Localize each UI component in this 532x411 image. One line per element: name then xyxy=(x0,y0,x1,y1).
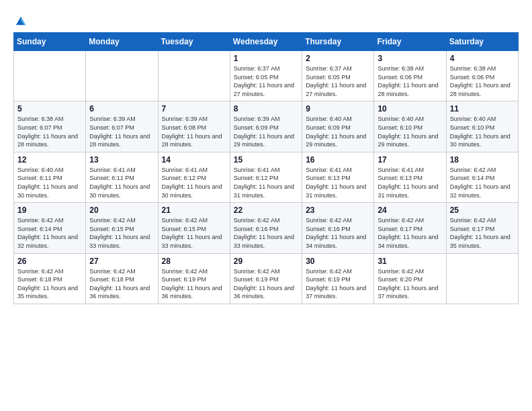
day-number: 19 xyxy=(17,205,82,215)
calendar-cell: 21Sunrise: 6:42 AMSunset: 6:15 PMDayligh… xyxy=(158,203,230,253)
calendar-cell: 19Sunrise: 6:42 AMSunset: 6:14 PMDayligh… xyxy=(14,203,86,253)
calendar-cell: 5Sunrise: 6:38 AMSunset: 6:07 PMDaylight… xyxy=(14,101,86,152)
weekday-header-wednesday: Wednesday xyxy=(230,33,302,51)
cell-content: Sunrise: 6:41 AMSunset: 6:13 PMDaylight:… xyxy=(378,166,442,199)
calendar-week-3: 12Sunrise: 6:40 AMSunset: 6:11 PMDayligh… xyxy=(14,152,519,202)
day-number: 20 xyxy=(89,205,154,215)
calendar-table: SundayMondayTuesdayWednesdayThursdayFrid… xyxy=(13,32,519,304)
calendar-cell: 11Sunrise: 6:40 AMSunset: 6:10 PMDayligh… xyxy=(446,101,518,152)
calendar-cell: 13Sunrise: 6:41 AMSunset: 6:11 PMDayligh… xyxy=(86,152,158,202)
day-number: 25 xyxy=(450,205,515,215)
calendar-cell: 7Sunrise: 6:39 AMSunset: 6:08 PMDaylight… xyxy=(158,101,230,152)
cell-content: Sunrise: 6:40 AMSunset: 6:09 PMDaylight:… xyxy=(306,115,370,148)
calendar-cell: 27Sunrise: 6:42 AMSunset: 6:18 PMDayligh… xyxy=(86,253,158,304)
day-number: 1 xyxy=(234,54,298,63)
cell-content: Sunrise: 6:42 AMSunset: 6:14 PMDaylight:… xyxy=(17,216,82,250)
cell-content: Sunrise: 6:38 AMSunset: 6:06 PMDaylight:… xyxy=(450,64,515,98)
calendar-cell: 8Sunrise: 6:39 AMSunset: 6:09 PMDaylight… xyxy=(230,101,302,152)
calendar-cell xyxy=(158,51,230,101)
calendar-cell: 17Sunrise: 6:41 AMSunset: 6:13 PMDayligh… xyxy=(374,152,446,202)
calendar-cell: 23Sunrise: 6:42 AMSunset: 6:16 PMDayligh… xyxy=(302,203,374,253)
calendar-cell: 28Sunrise: 6:42 AMSunset: 6:19 PMDayligh… xyxy=(158,253,230,304)
cell-content: Sunrise: 6:41 AMSunset: 6:13 PMDaylight:… xyxy=(306,166,370,199)
calendar-cell: 9Sunrise: 6:40 AMSunset: 6:09 PMDaylight… xyxy=(302,101,374,152)
day-number: 17 xyxy=(378,155,442,165)
weekday-header-friday: Friday xyxy=(374,33,446,51)
cell-content: Sunrise: 6:37 AMSunset: 6:05 PMDaylight:… xyxy=(306,64,370,98)
calendar-cell: 16Sunrise: 6:41 AMSunset: 6:13 PMDayligh… xyxy=(302,152,374,202)
weekday-header-monday: Monday xyxy=(86,33,158,51)
calendar-week-1: 1Sunrise: 6:37 AMSunset: 6:05 PMDaylight… xyxy=(14,51,519,101)
cell-content: Sunrise: 6:42 AMSunset: 6:18 PMDaylight:… xyxy=(89,267,154,301)
calendar-cell xyxy=(86,51,158,101)
day-number: 18 xyxy=(450,155,515,165)
day-number: 4 xyxy=(450,54,515,63)
day-number: 5 xyxy=(17,104,82,113)
calendar-cell: 15Sunrise: 6:41 AMSunset: 6:12 PMDayligh… xyxy=(230,152,302,202)
calendar-cell: 30Sunrise: 6:42 AMSunset: 6:19 PMDayligh… xyxy=(302,253,374,304)
calendar-cell xyxy=(14,51,86,101)
day-number: 11 xyxy=(450,104,515,113)
calendar-cell: 22Sunrise: 6:42 AMSunset: 6:16 PMDayligh… xyxy=(230,203,302,253)
cell-content: Sunrise: 6:40 AMSunset: 6:11 PMDaylight:… xyxy=(17,166,82,199)
day-number: 28 xyxy=(162,257,226,266)
cell-content: Sunrise: 6:41 AMSunset: 6:11 PMDaylight:… xyxy=(89,166,154,199)
cell-content: Sunrise: 6:42 AMSunset: 6:19 PMDaylight:… xyxy=(234,267,298,301)
day-number: 24 xyxy=(378,205,442,215)
cell-content: Sunrise: 6:40 AMSunset: 6:10 PMDaylight:… xyxy=(378,115,442,148)
day-number: 7 xyxy=(162,104,226,113)
calendar-week-2: 5Sunrise: 6:38 AMSunset: 6:07 PMDaylight… xyxy=(14,101,519,152)
day-number: 26 xyxy=(17,257,82,266)
cell-content: Sunrise: 6:42 AMSunset: 6:17 PMDaylight:… xyxy=(378,216,442,250)
cell-content: Sunrise: 6:42 AMSunset: 6:15 PMDaylight:… xyxy=(162,216,226,250)
weekday-header-sunday: Sunday xyxy=(14,33,86,51)
day-number: 12 xyxy=(17,155,82,165)
cell-content: Sunrise: 6:42 AMSunset: 6:20 PMDaylight:… xyxy=(378,267,442,301)
calendar-cell xyxy=(446,253,518,304)
weekday-header-thursday: Thursday xyxy=(302,33,374,51)
calendar-cell: 26Sunrise: 6:42 AMSunset: 6:18 PMDayligh… xyxy=(14,253,86,304)
calendar-cell: 3Sunrise: 6:38 AMSunset: 6:06 PMDaylight… xyxy=(374,51,446,101)
calendar-cell: 24Sunrise: 6:42 AMSunset: 6:17 PMDayligh… xyxy=(374,203,446,253)
calendar-cell: 20Sunrise: 6:42 AMSunset: 6:15 PMDayligh… xyxy=(86,203,158,253)
day-number: 14 xyxy=(162,155,226,165)
cell-content: Sunrise: 6:38 AMSunset: 6:06 PMDaylight:… xyxy=(378,64,442,98)
day-number: 2 xyxy=(306,54,370,63)
cell-content: Sunrise: 6:42 AMSunset: 6:17 PMDaylight:… xyxy=(450,216,515,250)
cell-content: Sunrise: 6:41 AMSunset: 6:12 PMDaylight:… xyxy=(234,166,298,199)
weekday-header-tuesday: Tuesday xyxy=(158,33,230,51)
calendar-cell: 6Sunrise: 6:39 AMSunset: 6:07 PMDaylight… xyxy=(86,101,158,152)
cell-content: Sunrise: 6:42 AMSunset: 6:19 PMDaylight:… xyxy=(162,267,226,301)
logo xyxy=(13,13,27,26)
calendar-cell: 29Sunrise: 6:42 AMSunset: 6:19 PMDayligh… xyxy=(230,253,302,304)
cell-content: Sunrise: 6:39 AMSunset: 6:08 PMDaylight:… xyxy=(162,115,226,148)
page-header xyxy=(13,13,519,26)
cell-content: Sunrise: 6:42 AMSunset: 6:16 PMDaylight:… xyxy=(234,216,298,250)
calendar-cell: 12Sunrise: 6:40 AMSunset: 6:11 PMDayligh… xyxy=(14,152,86,202)
day-number: 31 xyxy=(378,257,442,266)
calendar-header-row: SundayMondayTuesdayWednesdayThursdayFrid… xyxy=(14,33,519,51)
day-number: 13 xyxy=(89,155,154,165)
day-number: 16 xyxy=(306,155,370,165)
calendar-week-4: 19Sunrise: 6:42 AMSunset: 6:14 PMDayligh… xyxy=(14,203,519,253)
calendar-cell: 18Sunrise: 6:42 AMSunset: 6:14 PMDayligh… xyxy=(446,152,518,202)
day-number: 29 xyxy=(234,257,298,266)
cell-content: Sunrise: 6:38 AMSunset: 6:07 PMDaylight:… xyxy=(17,115,82,148)
day-number: 3 xyxy=(378,54,442,63)
cell-content: Sunrise: 6:39 AMSunset: 6:09 PMDaylight:… xyxy=(234,115,298,148)
day-number: 27 xyxy=(89,257,154,266)
calendar-cell: 2Sunrise: 6:37 AMSunset: 6:05 PMDaylight… xyxy=(302,51,374,101)
cell-content: Sunrise: 6:42 AMSunset: 6:14 PMDaylight:… xyxy=(450,166,515,199)
day-number: 30 xyxy=(306,257,370,266)
logo-icon xyxy=(15,15,27,27)
day-number: 15 xyxy=(234,155,298,165)
day-number: 8 xyxy=(234,104,298,113)
calendar-week-5: 26Sunrise: 6:42 AMSunset: 6:18 PMDayligh… xyxy=(14,253,519,304)
weekday-header-saturday: Saturday xyxy=(446,33,518,51)
calendar-cell: 31Sunrise: 6:42 AMSunset: 6:20 PMDayligh… xyxy=(374,253,446,304)
day-number: 6 xyxy=(89,104,154,113)
cell-content: Sunrise: 6:37 AMSunset: 6:05 PMDaylight:… xyxy=(234,64,298,98)
cell-content: Sunrise: 6:39 AMSunset: 6:07 PMDaylight:… xyxy=(89,115,154,148)
cell-content: Sunrise: 6:42 AMSunset: 6:19 PMDaylight:… xyxy=(306,267,370,301)
day-number: 9 xyxy=(306,104,370,113)
